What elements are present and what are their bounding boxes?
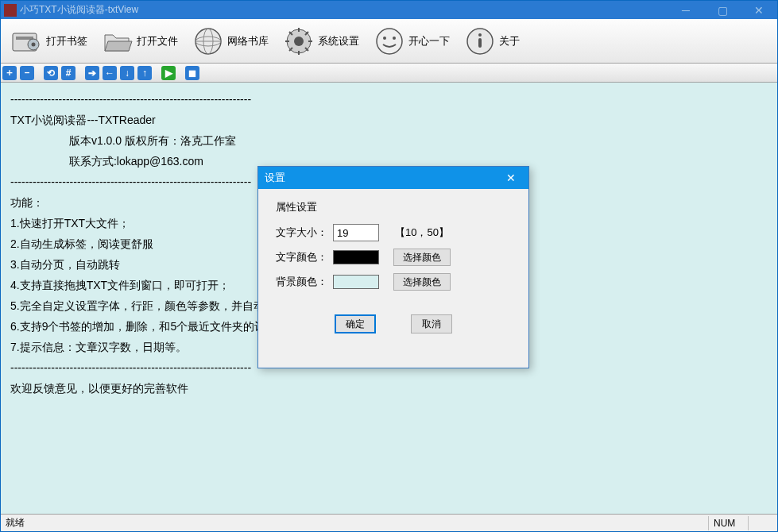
dialog-title: 设置 — [265, 171, 285, 185]
page-icon[interactable]: # — [61, 66, 75, 80]
svg-point-3 — [32, 42, 36, 46]
home-icon[interactable]: ⟲ — [44, 66, 58, 80]
open-file-button[interactable]: 打开文件 — [95, 21, 185, 61]
stop-icon[interactable]: ◼ — [185, 66, 199, 80]
close-button[interactable]: ✕ — [741, 1, 777, 19]
app-icon — [4, 4, 17, 17]
toolbar-label: 打开书签 — [45, 34, 89, 48]
bg-color-swatch — [333, 275, 379, 289]
svg-point-18 — [377, 29, 402, 54]
svg-point-17 — [294, 37, 304, 46]
status-bar: 就绪 NUM — [1, 514, 777, 531]
open-bookmark-icon — [10, 24, 45, 59]
pick-font-color-button[interactable]: 选择颜色 — [393, 249, 451, 266]
fun-button[interactable]: 开心一下 — [366, 21, 457, 61]
secondary-toolbar: ＋ － ⟲ # ➔ ← ↓ ↑ ▶ ◼ — [1, 64, 777, 83]
about-icon — [463, 24, 497, 59]
toolbar-label: 网络书库 — [226, 34, 270, 48]
dialog-title-bar: 设置 ✕ — [258, 167, 528, 189]
toolbar-label: 系统设置 — [316, 34, 361, 48]
bg-color-label: 背景颜色： — [276, 275, 333, 289]
smile-icon — [372, 24, 407, 59]
svg-rect-23 — [478, 38, 482, 48]
minimize-button[interactable]: ─ — [668, 1, 704, 19]
window-title: 小巧TXT小说阅读器-txtView — [20, 3, 138, 17]
about-button[interactable]: 关于 — [457, 21, 527, 61]
ok-button[interactable]: 确定 — [335, 314, 376, 333]
toolbar-label: 开心一下 — [407, 34, 451, 48]
group-label: 属性设置 — [276, 200, 511, 214]
dialog-close-button[interactable]: ✕ — [500, 167, 522, 189]
web-library-button[interactable]: 网络书库 — [185, 21, 276, 61]
web-library-icon — [191, 24, 226, 59]
add-icon[interactable]: ＋ — [2, 66, 17, 80]
font-size-input[interactable] — [333, 224, 379, 241]
remove-icon[interactable]: － — [20, 66, 34, 80]
title-bar: 小巧TXT小说阅读器-txtView ─ ▢ ✕ — [1, 1, 777, 19]
svg-point-20 — [393, 37, 396, 40]
open-file-icon — [100, 24, 135, 59]
open-bookmark-button[interactable]: 打开书签 — [4, 21, 95, 61]
settings-button[interactable]: 系统设置 — [276, 21, 366, 61]
toolbar-label: 打开文件 — [135, 34, 180, 48]
text-line: ----------------------------------------… — [10, 89, 768, 110]
text-line: TXT小说阅读器---TXTReader — [10, 110, 768, 130]
status-num: NUM — [709, 516, 749, 530]
arrow-right-icon[interactable]: ➔ — [85, 66, 99, 80]
font-color-swatch — [333, 250, 379, 264]
maximize-button[interactable]: ▢ — [704, 1, 741, 19]
status-ready: 就绪 — [6, 516, 25, 530]
text-line: 欢迎反馈意见，以便更好的完善软件 — [10, 378, 768, 399]
text-line: 版本v1.0.0 版权所有：洛克工作室 — [10, 130, 768, 151]
arrow-left-icon[interactable]: ← — [103, 66, 117, 80]
font-size-hint: 【10，50】 — [395, 226, 449, 240]
arrow-up-icon[interactable]: ↑ — [137, 66, 152, 80]
main-toolbar: 打开书签 打开文件 网络书库 系统设置 开心一下 — [1, 19, 777, 64]
svg-point-19 — [383, 37, 386, 40]
play-icon[interactable]: ▶ — [161, 66, 176, 80]
cancel-button[interactable]: 取消 — [411, 314, 452, 333]
settings-icon — [281, 24, 316, 59]
arrow-down-icon[interactable]: ↓ — [120, 66, 134, 80]
pick-bg-color-button[interactable]: 选择颜色 — [393, 273, 451, 291]
font-size-label: 文字大小： — [276, 226, 333, 240]
font-color-label: 文字颜色： — [276, 250, 333, 264]
svg-point-22 — [478, 33, 482, 37]
settings-dialog: 设置 ✕ 属性设置 文字大小： 【10，50】 文字颜色： 选择颜色 背景颜色：… — [257, 166, 529, 368]
toolbar-label: 关于 — [497, 34, 521, 48]
